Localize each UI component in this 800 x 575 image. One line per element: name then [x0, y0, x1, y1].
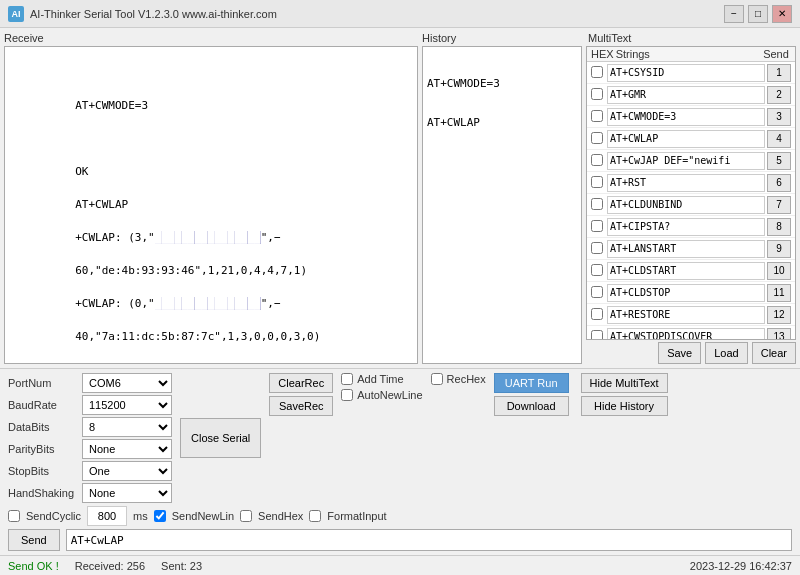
format-input-checkbox[interactable] — [309, 510, 321, 522]
receive-line-9: +CWLAP: (3,"██" — [75, 363, 174, 364]
history-line-2: AT+CWLAP — [427, 116, 577, 129]
mt-checkbox-3[interactable] — [591, 110, 607, 124]
send-hex-label: SendHex — [258, 510, 303, 522]
uart-run-button[interactable]: UART Run — [494, 373, 569, 393]
right-options-col: RecHex — [431, 373, 486, 385]
mt-checkbox-2[interactable] — [591, 88, 607, 102]
close-serial-button[interactable]: Close Serial — [180, 418, 261, 458]
rechex-checkbox[interactable] — [431, 373, 443, 385]
receive-textarea[interactable]: AT+CWMODE=3 OK AT+CWLAP +CWLAP: (3,"████… — [4, 46, 418, 364]
history-textarea[interactable]: AT+CWMODE=3 AT+CWLAP — [422, 46, 582, 364]
bottom-controls: PortNum COM6 BaudRate 115200 DataBits 8 … — [0, 368, 800, 555]
mt-send-btn-6[interactable]: 6 — [767, 174, 791, 192]
mt-checkbox-5[interactable] — [591, 154, 607, 168]
mt-checkbox-4[interactable] — [591, 132, 607, 146]
mt-send-btn-10[interactable]: 10 — [767, 262, 791, 280]
mt-hex-check-3[interactable] — [591, 110, 603, 122]
add-time-option: Add Time — [341, 373, 422, 385]
mt-send-btn-2[interactable]: 2 — [767, 86, 791, 104]
mt-checkbox-1[interactable] — [591, 66, 607, 80]
mt-hex-check-11[interactable] — [591, 286, 603, 298]
mt-send-btn-3[interactable]: 3 — [767, 108, 791, 126]
clear-button[interactable]: Clear — [752, 342, 796, 364]
mt-send-btn-12[interactable]: 12 — [767, 306, 791, 324]
send-cyclic-input[interactable] — [87, 506, 127, 526]
mt-checkbox-11[interactable] — [591, 286, 607, 300]
baudrate-label: BaudRate — [8, 395, 78, 415]
mt-checkbox-6[interactable] — [591, 176, 607, 190]
maximize-button[interactable]: □ — [748, 5, 768, 23]
mt-send-btn-4[interactable]: 4 — [767, 130, 791, 148]
format-input-label: FormatInput — [327, 510, 386, 522]
history-label: History — [422, 32, 582, 44]
load-button[interactable]: Load — [705, 342, 747, 364]
mt-send-btn-11[interactable]: 11 — [767, 284, 791, 302]
databits-label: DataBits — [8, 417, 78, 437]
send-input[interactable] — [66, 529, 792, 551]
receive-label: Receive — [4, 32, 418, 44]
auto-newline-checkbox[interactable] — [341, 389, 353, 401]
mt-input-10[interactable] — [607, 262, 765, 280]
databits-select[interactable]: 8 — [82, 417, 172, 437]
mt-input-3[interactable] — [607, 108, 765, 126]
mt-send-btn-1[interactable]: 1 — [767, 64, 791, 82]
mt-send-btn-9[interactable]: 9 — [767, 240, 791, 258]
mt-input-9[interactable] — [607, 240, 765, 258]
mt-hex-check-5[interactable] — [591, 154, 603, 166]
mt-hex-check-2[interactable] — [591, 88, 603, 100]
hide-multitext-button[interactable]: Hide MultiText — [581, 373, 668, 393]
mt-input-12[interactable] — [607, 306, 765, 324]
send-hex-checkbox[interactable] — [240, 510, 252, 522]
options-col: Add Time AutoNewLine — [341, 373, 422, 401]
mt-hex-check-1[interactable] — [591, 66, 603, 78]
mt-input-1[interactable] — [607, 64, 765, 82]
mt-input-4[interactable] — [607, 130, 765, 148]
mt-send-btn-8[interactable]: 8 — [767, 218, 791, 236]
clearrec-button[interactable]: ClearRec — [269, 373, 333, 393]
mt-input-8[interactable] — [607, 218, 765, 236]
mt-input-11[interactable] — [607, 284, 765, 302]
mt-hex-check-7[interactable] — [591, 198, 603, 210]
mt-row-8: 8 — [587, 216, 795, 238]
mt-hex-check-10[interactable] — [591, 264, 603, 276]
send-cyclic-checkbox[interactable] — [8, 510, 20, 522]
add-time-checkbox[interactable] — [341, 373, 353, 385]
mt-hex-check-4[interactable] — [591, 132, 603, 144]
handshaking-select[interactable]: None — [82, 483, 172, 503]
stopbits-select[interactable]: One — [82, 461, 172, 481]
mt-input-13[interactable] — [607, 328, 765, 341]
ms-label: ms — [133, 510, 148, 522]
send-button[interactable]: Send — [8, 529, 60, 551]
close-button[interactable]: ✕ — [772, 5, 792, 23]
portnum-select[interactable]: COM6 — [82, 373, 172, 393]
send-newline-checkbox[interactable] — [154, 510, 166, 522]
save-button[interactable]: Save — [658, 342, 701, 364]
mt-row-6: 6 — [587, 172, 795, 194]
controls-row3: Send — [8, 529, 792, 551]
mt-checkbox-8[interactable] — [591, 220, 607, 234]
mt-checkbox-12[interactable] — [591, 308, 607, 322]
mt-hex-check-12[interactable] — [591, 308, 603, 320]
mt-send-btn-13[interactable]: 13 — [767, 328, 791, 341]
download-button[interactable]: Download — [494, 396, 569, 416]
mt-send-btn-7[interactable]: 7 — [767, 196, 791, 214]
paritybits-select[interactable]: None — [82, 439, 172, 459]
mt-checkbox-10[interactable] — [591, 264, 607, 278]
mt-hex-check-9[interactable] — [591, 242, 603, 254]
mt-send-btn-5[interactable]: 5 — [767, 152, 791, 170]
mt-hex-check-13[interactable] — [591, 330, 603, 341]
saverec-button[interactable]: SaveRec — [269, 396, 333, 416]
hide-history-button[interactable]: Hide History — [581, 396, 668, 416]
mt-hex-check-6[interactable] — [591, 176, 603, 188]
mt-checkbox-13[interactable] — [591, 330, 607, 341]
mt-input-7[interactable] — [607, 196, 765, 214]
baudrate-select[interactable]: 115200 — [82, 395, 172, 415]
send-newline-label: SendNewLin — [172, 510, 234, 522]
minimize-button[interactable]: − — [724, 5, 744, 23]
mt-input-5[interactable] — [607, 152, 765, 170]
mt-hex-check-8[interactable] — [591, 220, 603, 232]
mt-checkbox-7[interactable] — [591, 198, 607, 212]
mt-checkbox-9[interactable] — [591, 242, 607, 256]
mt-input-2[interactable] — [607, 86, 765, 104]
mt-input-6[interactable] — [607, 174, 765, 192]
